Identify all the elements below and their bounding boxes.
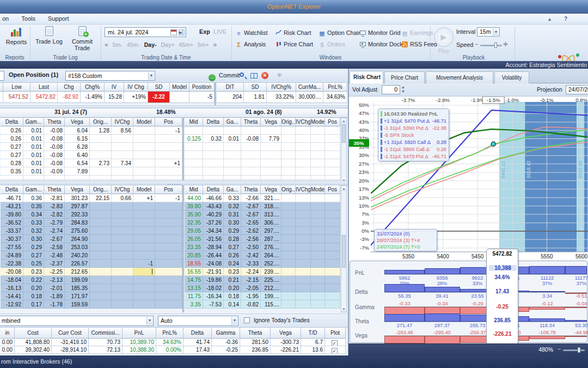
column-header[interactable]: Cost (15, 328, 52, 339)
time-step-5m+[interactable]: 5m+ (198, 41, 209, 48)
step-forward-icon[interactable]: » (213, 41, 217, 49)
menu-item[interactable]: on (0, 14, 14, 24)
chain-row[interactable] (185, 126, 340, 135)
summary-value-row[interactable]: 5471.525472.82-82.92-1.49%15.28+19%-2.22… (0, 92, 215, 103)
tab-movement-analysis[interactable]: Movement Analysis (426, 71, 493, 83)
time-step-5m-[interactable]: 5m- (113, 41, 122, 48)
journal-icon[interactable] (250, 73, 258, 79)
chain-row[interactable]: -46.710.36-2.81301.2322.150.66+1-1 (1, 194, 182, 202)
chart-legend[interactable]: 16,043.90 Realized PnL+1 31jul. 5470 Put… (378, 108, 449, 161)
chain-row[interactable]: 39.80-43.430.32-2.67318.... (185, 202, 340, 210)
skip-to-end-icon[interactable]: ▶▏ (179, 29, 185, 35)
menu-item-support[interactable]: Support (42, 14, 75, 24)
time-step-45m+[interactable]: 45m+ (179, 41, 193, 48)
column-header[interactable]: Model (133, 185, 155, 194)
chain-row[interactable]: 3.35-7.530.14-0.82115.... (185, 300, 340, 309)
windows-button-price-chart[interactable]: Price Chart (275, 40, 313, 49)
expiry-header-left[interactable]: 31 jul. 24 (7) 18.48% (0, 108, 182, 118)
reports-button[interactable]: Reports (0, 26, 34, 45)
chain-row[interactable]: 0.280.01-0.086.542.737.34+1 (1, 159, 182, 167)
column-header[interactable]: Model (311, 118, 325, 126)
column-header[interactable]: Ga... (224, 118, 241, 126)
chain-row[interactable]: -20.080.23-2.25212.65 (1, 268, 182, 276)
column-header[interactable]: in (1, 328, 15, 339)
column-header[interactable]: IVChg% (267, 83, 296, 92)
column-header[interactable]: Chg (58, 83, 81, 92)
ribbon-collapse-icon[interactable]: ▴ (548, 14, 551, 24)
chain-row[interactable]: 0.260.01-0.086.15 (1, 135, 182, 143)
menu-item-tools[interactable]: Tools (16, 14, 41, 24)
chain-row[interactable]: 16.55-21.910.23-2.24239.... (185, 268, 340, 276)
view-mode-select[interactable]: mbined ▼ (0, 316, 154, 326)
time-step-45m-[interactable]: 45m- (127, 41, 140, 48)
windows-button-monitor-grid[interactable]: Monitor Grid (359, 28, 400, 38)
column-header[interactable]: Orig... (281, 118, 296, 126)
column-header[interactable]: Vega (65, 118, 90, 126)
strategy-select[interactable]: #158 Custom ▼ (65, 71, 155, 81)
totals-plot-cell[interactable]: ✓ (325, 339, 346, 346)
column-header[interactable]: PnL (122, 328, 156, 339)
column-header[interactable]: Delta (183, 328, 212, 339)
calls-scrollbar[interactable]: ▲▼ (341, 118, 347, 184)
column-header[interactable]: Mid (185, 185, 203, 194)
splitter[interactable] (0, 180, 348, 185)
column-header[interactable]: Orig... (281, 185, 296, 194)
windows-button-option-chain[interactable]: ▦Option Chain (318, 28, 362, 38)
chain-row[interactable]: -18.040.22-2.13199.09 (1, 276, 182, 284)
chart-dates-annotation[interactable]: 31/07/2024 (0)28/07/2024 (3) T+424/07/20… (374, 229, 437, 251)
tab-price-chart[interactable]: Price Chart (384, 71, 425, 83)
chain-row[interactable]: 11.75-16.340.18-1.95199.... (185, 292, 340, 300)
column-header[interactable]: IVChg (296, 118, 311, 126)
column-header[interactable]: SD (244, 83, 267, 92)
chain-row[interactable]: -39.800.34-2.82292.33 (1, 210, 182, 219)
chain-row[interactable]: 44.00-46.660.33-2.66321.... (185, 194, 340, 202)
time-step-Day-[interactable]: Day- (144, 41, 157, 48)
column-header[interactable]: CurrMa... (296, 83, 323, 92)
position-selector-stub[interactable] (0, 71, 4, 81)
column-header[interactable]: Low (3, 83, 30, 92)
totals-plot-cell[interactable]: ✓ (325, 346, 346, 354)
chain-row[interactable]: -16.130.20-2.01185.35 (1, 284, 182, 292)
column-header[interactable]: PnL% (323, 83, 347, 92)
chain-row[interactable]: -24.890.27-2.48240.20 (1, 251, 182, 260)
chain-row[interactable] (185, 143, 340, 151)
chain-row[interactable]: 32.35-37.260.30-2.65306.... (185, 219, 340, 227)
column-header[interactable]: Gam... (23, 118, 44, 126)
chain-row[interactable] (185, 151, 340, 159)
column-header[interactable]: Vega (261, 118, 281, 126)
trade-log-button[interactable]: Trade Log (32, 26, 66, 45)
column-header[interactable]: Theta (44, 185, 65, 194)
column-header[interactable]: IVChg (112, 118, 133, 126)
column-header[interactable]: Chg% (81, 83, 105, 92)
column-header[interactable]: Pos (325, 185, 340, 194)
step-back-icon[interactable]: « (105, 41, 108, 49)
column-header[interactable]: SD (148, 83, 170, 92)
column-header[interactable]: Pos (155, 185, 182, 194)
column-header[interactable]: Last (30, 83, 58, 92)
column-header[interactable]: Vega (65, 185, 90, 194)
column-header[interactable]: Delta (203, 118, 224, 126)
chain-row[interactable]: 0.260.01-0.086.041.288.56-1 (1, 126, 182, 135)
column-header[interactable]: Model (133, 118, 155, 126)
play-button[interactable]: ▶ (434, 27, 454, 47)
column-header[interactable]: Theta (241, 118, 261, 126)
calendar-icon[interactable] (170, 29, 177, 35)
column-header[interactable]: Gamma (212, 328, 240, 339)
auto-select[interactable]: Auto ▼ (158, 316, 238, 326)
windows-button-watchlist[interactable]: ≡Watchlist (235, 28, 267, 38)
column-header[interactable]: PnL% (156, 328, 183, 339)
chain-row[interactable]: 23.35-28.940.27-2.50276.... (185, 243, 340, 251)
column-header[interactable]: Ga... (224, 185, 241, 194)
column-header[interactable]: IV (105, 83, 124, 92)
chain-row[interactable]: 18.55-24.080.24-2.33252.... (185, 260, 340, 268)
checkbox-icon[interactable]: ✓ (332, 340, 338, 346)
column-header[interactable]: IVChg (296, 185, 311, 194)
column-header[interactable]: Vega (271, 328, 301, 339)
column-header[interactable]: Position (189, 83, 215, 92)
checkbox-icon[interactable]: ✓ (332, 348, 338, 354)
chain-row[interactable] (185, 167, 340, 176)
chain-row[interactable]: 0.270.01-0.086.28 (1, 143, 182, 151)
column-header[interactable]: DIT (217, 83, 244, 92)
chain-row[interactable]: -22.380.25-2.37226.57-1 (1, 260, 182, 268)
windows-button-risk-chart[interactable]: Risk Chart (275, 28, 311, 38)
